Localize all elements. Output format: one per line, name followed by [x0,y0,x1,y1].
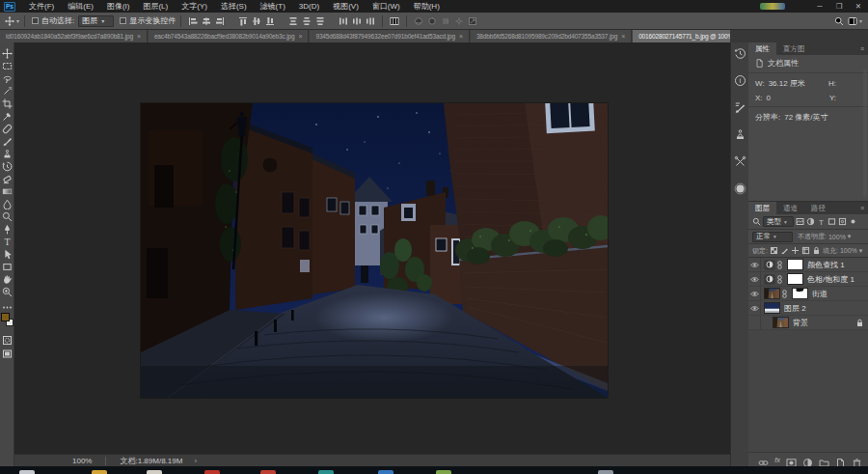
delete-layer-icon[interactable] [852,455,862,465]
document-tab-3[interactable]: 9345d688d43f87949632ee07d91b0ef41ad53acd… [310,30,469,42]
layer-style-fx-icon[interactable]: fx [774,456,780,464]
fill-value[interactable]: 100% [840,247,857,254]
lock-position-icon[interactable] [791,246,800,255]
auto-align-icon[interactable] [390,16,399,26]
document-tab-1[interactable]: ld0160924ab1840a52abf3f9ae6cd7a890b81.jp… [0,30,148,42]
edit-toolbar-icon[interactable] [2,299,13,310]
menu-select[interactable]: 选择(S) [214,1,254,12]
layer-mask-thumbnail[interactable] [792,288,808,299]
tab-histogram[interactable]: 直方图 [776,42,812,55]
blur-tool-icon[interactable] [2,196,13,207]
panel-menu-icon[interactable]: ≡ [856,202,868,214]
menu-file[interactable]: 文件(F) [22,1,61,12]
taskbar-icon[interactable] [19,470,35,474]
search-icon[interactable] [834,16,844,26]
layer-name[interactable]: 图层 2 [784,303,806,314]
layer-name[interactable]: 街道 [812,289,827,299]
close-tab-icon[interactable]: × [621,33,625,40]
filter-toggle-icon[interactable] [849,217,857,226]
color-swatches[interactable] [1,313,14,326]
taskbar-icon[interactable] [436,470,451,474]
hand-tool-icon[interactable] [2,271,13,282]
align-middle-icon[interactable] [252,16,261,26]
new-group-icon[interactable] [819,455,829,465]
layer-row-layer2[interactable]: 图层 2 [748,301,868,316]
gradient-tool-icon[interactable] [2,183,13,194]
layer-name[interactable]: 颜色查找 1 [807,260,845,270]
visibility-eye-icon[interactable] [748,287,761,300]
layer-thumbnail[interactable] [764,288,780,299]
eraser-tool-icon[interactable] [2,171,13,181]
close-button[interactable]: ✕ [849,2,868,11]
align-top-icon[interactable] [238,16,248,26]
auto-select-checkbox[interactable] [32,17,39,24]
auto-select-target-dropdown[interactable]: 图层 ▾ [78,15,114,27]
fill-caret-icon[interactable]: ▾ [859,247,863,255]
workspace-caret-icon[interactable]: ▾ [859,17,862,24]
eyedropper-tool-icon[interactable] [2,108,13,119]
link-layers-icon[interactable] [758,455,769,465]
lasso-tool-icon[interactable] [2,70,13,81]
layer-row-background[interactable]: 背景 [748,316,868,330]
distribute-left-icon[interactable] [339,16,348,26]
close-tab-icon[interactable]: × [137,33,141,40]
brush-settings-panel-icon[interactable] [734,100,746,113]
move-tool-icon[interactable] [2,45,13,56]
dodge-tool-icon[interactable] [2,209,13,219]
layer-thumbnail[interactable] [773,317,789,328]
status-options-chevron-icon[interactable]: › [194,457,197,465]
close-tab-icon[interactable]: × [459,33,463,40]
menu-3d[interactable]: 3D(D) [292,2,326,11]
screen-mode-icon[interactable] [2,346,13,356]
workspace-switcher-icon[interactable] [848,16,857,26]
panel-menu-icon[interactable]: ≡ [856,42,868,55]
align-right-icon[interactable] [215,16,225,26]
marquee-tool-icon[interactable] [2,58,13,69]
lock-image-icon[interactable] [780,246,789,255]
foreground-color-swatch[interactable] [1,313,10,321]
tab-layers[interactable]: 图层 [748,202,776,214]
visibility-eye-icon[interactable] [748,272,761,286]
crop-tool-icon[interactable] [2,96,13,106]
visibility-eye-empty[interactable] [748,316,761,329]
distribute-middle-icon[interactable] [302,16,312,26]
workspace-badge[interactable] [760,3,785,10]
filter-search-icon[interactable] [752,217,761,226]
layer-mask-thumbnail[interactable] [787,273,803,285]
filter-pixel-layers-icon[interactable] [796,217,804,226]
zoom-tool-icon[interactable] [2,284,13,294]
taskbar-icon[interactable] [378,470,393,474]
taskbar-icon[interactable] [204,470,220,474]
document-tab-5-active[interactable]: 0016028027145771_b.jpg @ 100%(RGB/8) *× [633,30,730,42]
taskbar-icon[interactable] [260,470,276,474]
visibility-eye-icon[interactable] [748,301,761,315]
menu-type[interactable]: 文字(Y) [175,1,214,12]
clone-source-panel-icon[interactable] [734,127,746,140]
move-tool-preset-icon[interactable] [5,16,14,26]
minimize-button[interactable]: ─ [810,2,829,11]
mask-link-icon[interactable] [777,275,782,284]
opacity-value[interactable]: 100% [828,234,846,240]
taskbar-icon[interactable] [147,470,162,474]
adjustment-layer-icon[interactable] [764,274,775,285]
menu-edit[interactable]: 编辑(E) [61,1,100,12]
layer-thumbnail[interactable] [764,302,780,314]
adjustment-layer-icon[interactable] [764,260,775,270]
distribute-center-h-icon[interactable] [352,16,362,26]
taskbar-icon[interactable] [318,470,334,474]
restore-button[interactable]: ❐ [829,2,849,11]
blend-mode-dropdown[interactable]: 正常▾ [752,232,793,242]
open-document[interactable] [141,103,608,398]
menu-image[interactable]: 图像(I) [100,1,137,12]
taskbar-icon[interactable] [92,470,107,474]
taskbar-icon[interactable] [598,470,613,474]
document-tab-2[interactable]: eac4b74543a88226bacf9ed38082b9014a90eb3c… [149,30,310,42]
adjustments-panel-icon[interactable] [734,154,746,167]
menu-view[interactable]: 视图(V) [326,1,366,12]
align-left-icon[interactable] [188,16,198,26]
add-adjustment-icon[interactable] [802,455,813,465]
pen-tool-icon[interactable] [2,221,13,232]
mask-link-icon[interactable] [782,290,787,298]
align-center-h-icon[interactable] [202,16,211,26]
clone-stamp-tool-icon[interactable] [2,146,13,156]
